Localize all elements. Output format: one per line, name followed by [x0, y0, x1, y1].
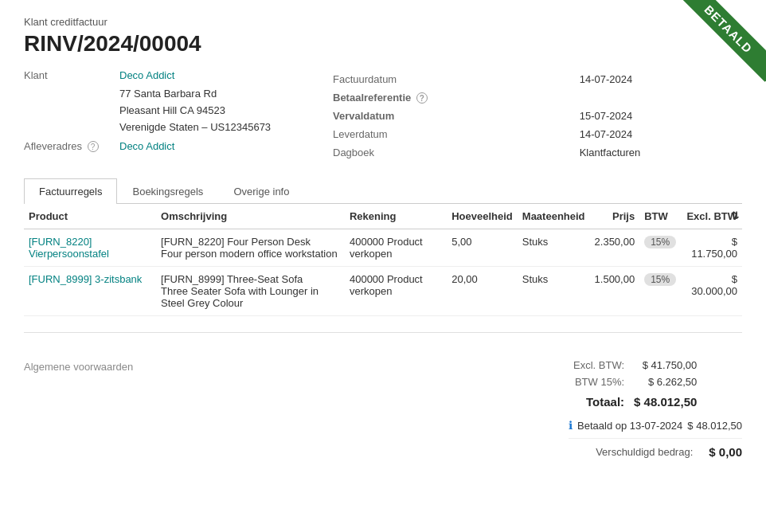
- excl-btw-row: Excl. BTW: $ 41.750,00: [569, 357, 702, 374]
- tab-factuurregels[interactable]: Factuurregels: [24, 178, 117, 204]
- row1-product-link[interactable]: [FURN_8220] Vierpersoonstafel: [29, 236, 109, 260]
- info-icon: ℹ: [569, 419, 573, 432]
- verschuldigd-label: Verschuldigd bedrag:: [596, 446, 693, 458]
- excl-btw-value: $ 41.750,00: [629, 357, 702, 374]
- address-line1: 77 Santa Barbara Rd: [119, 86, 295, 103]
- klant-label: Klant: [24, 69, 119, 81]
- address-block: 77 Santa Barbara Rd Pleasant Hill CA 945…: [119, 86, 295, 135]
- col-btw: BTW: [639, 204, 681, 229]
- row1-btw: 15%: [639, 229, 681, 267]
- row1-product: [FURN_8220] Vierpersoonstafel: [24, 229, 156, 267]
- row2-description: [FURN_8999] Three-Seat Sofa Three Seater…: [156, 267, 345, 316]
- page-container: BETAALD Klant creditfactuur RINV/2024/00…: [0, 0, 766, 483]
- verschuldigd-row: Verschuldigd bedrag: $ 0,00: [569, 438, 742, 459]
- factuurdatum-label: Factuurdatum: [328, 71, 573, 88]
- separator: [24, 332, 742, 333]
- col-prijs: Prijs: [590, 204, 640, 229]
- klant-row: Klant Deco Addict: [24, 69, 295, 81]
- row2-prijs: 1.500,00: [590, 267, 640, 316]
- row2-btw: 15%: [639, 267, 681, 316]
- row2-hoeveelheid: 20,00: [447, 267, 518, 316]
- row1-maateenheid: Stuks: [518, 229, 590, 267]
- dagboek-label: Dagboek: [328, 144, 573, 161]
- betaald-banner: BETAALD: [662, 0, 766, 104]
- doc-number: RINV/2024/00004: [24, 31, 742, 57]
- afleveradres-label: Afleveradres ?: [24, 140, 119, 152]
- btw-label: BTW 15%:: [569, 374, 629, 390]
- totals-table: Excl. BTW: $ 41.750,00 BTW 15%: $ 6.262,…: [569, 357, 702, 411]
- row1-desc-line2: Four person modern office workstation: [161, 248, 340, 260]
- invoice-table: Product Omschrijving Rekening Hoeveelhei…: [24, 204, 742, 316]
- paid-text: Betaald op 13-07-2024: [577, 420, 682, 432]
- vervaldatum-label: Vervaldatum: [328, 108, 573, 124]
- row1-rekening: 400000 Product verkopen: [345, 229, 447, 267]
- col-excl-btw: Excl. BTW ⇅: [681, 204, 742, 229]
- afleveradres-question-icon[interactable]: ?: [88, 141, 99, 152]
- betaald-label: BETAALD: [676, 0, 766, 81]
- totaal-label: Totaal:: [569, 390, 629, 411]
- afleveradres-value: Deco Addict: [119, 140, 174, 152]
- row1-excl-btw: $ 11.750,00: [681, 229, 742, 267]
- row2-desc-line2: Three Seater Sofa with Lounger in Steel …: [161, 285, 340, 309]
- col-product: Product: [24, 204, 156, 229]
- totaal-value: $ 48.012,50: [629, 390, 702, 411]
- verschuldigd-value: $ 0,00: [709, 445, 742, 459]
- meta-left: Klant Deco Addict 77 Santa Barbara Rd Pl…: [24, 69, 295, 162]
- row1-btw-badge: 15%: [644, 236, 676, 248]
- klant-value: Deco Addict: [119, 69, 174, 81]
- col-rekening: Rekening: [345, 204, 447, 229]
- klant-link[interactable]: Deco Addict: [119, 69, 174, 81]
- col-sort-icon[interactable]: ⇅: [731, 210, 739, 221]
- col-hoeveelheid: Hoeveelheid: [447, 204, 518, 229]
- totaal-row: Totaal: $ 48.012,50: [569, 390, 702, 411]
- dagboek-row: Dagboek Klantfacturen: [328, 144, 741, 161]
- tab-overige-info[interactable]: Overige info: [218, 178, 304, 204]
- vervaldatum-row: Vervaldatum 15-07-2024: [328, 108, 741, 124]
- leverdatum-label: Leverdatum: [328, 126, 573, 143]
- row2-rekening: 400000 Product verkopen: [345, 267, 447, 316]
- betaalreferentie-question-icon[interactable]: ?: [416, 92, 428, 104]
- dagboek-value: Klantfacturen: [575, 144, 741, 161]
- afleveradres-row: Afleveradres ? Deco Addict: [24, 140, 295, 152]
- doc-type: Klant creditfactuur: [24, 16, 742, 28]
- afleveradres-link[interactable]: Deco Addict: [119, 140, 174, 152]
- table-row: [FURN_8220] Vierpersoonstafel [FURN_8220…: [24, 229, 742, 267]
- col-maateenheid: Maateenheid: [518, 204, 590, 229]
- paid-info: ℹ Betaald op 13-07-2024 $ 48.012,50: [569, 419, 742, 432]
- footer-section: Algemene voorwaarden Excl. BTW: $ 41.750…: [24, 349, 742, 467]
- row1-description: [FURN_8220] Four Person Desk Four person…: [156, 229, 345, 267]
- algemene-voorwaarden: Algemene voorwaarden: [24, 357, 133, 373]
- row2-product: [FURN_8999] 3-zitsbank: [24, 267, 156, 316]
- leverdatum-value: 14-07-2024: [575, 126, 741, 143]
- row2-maateenheid: Stuks: [518, 267, 590, 316]
- table-row: [FURN_8999] 3-zitsbank [FURN_8999] Three…: [24, 267, 742, 316]
- leverdatum-row: Leverdatum 14-07-2024: [328, 126, 741, 143]
- vervaldatum-value: 15-07-2024: [575, 108, 741, 124]
- table-header-row: Product Omschrijving Rekening Hoeveelhei…: [24, 204, 742, 229]
- row2-excl-btw: $ 30.000,00: [681, 267, 742, 316]
- btw-row: BTW 15%: $ 6.262,50: [569, 374, 702, 390]
- tabs-bar: Factuurregels Boekingsregels Overige inf…: [24, 178, 742, 204]
- row1-prijs: 2.350,00: [590, 229, 640, 267]
- col-omschrijving: Omschrijving: [156, 204, 345, 229]
- excl-btw-label: Excl. BTW:: [569, 357, 629, 374]
- footer-right: Excl. BTW: $ 41.750,00 BTW 15%: $ 6.262,…: [569, 357, 742, 459]
- address-line3: Verenigde Staten – US12345673: [119, 119, 295, 136]
- paid-amount: $ 48.012,50: [687, 420, 742, 432]
- betaalreferentie-label: Betaalreferentie ?: [328, 89, 573, 106]
- row1-hoeveelheid: 5,00: [447, 229, 518, 267]
- row1-desc-line1: [FURN_8220] Four Person Desk: [161, 236, 340, 248]
- row2-btw-badge: 15%: [644, 273, 676, 286]
- tab-boekingsregels[interactable]: Boekingsregels: [117, 178, 218, 204]
- row2-product-link[interactable]: [FURN_8999] 3-zitsbank: [29, 273, 142, 285]
- btw-value: $ 6.262,50: [629, 374, 702, 390]
- row2-desc-line1: [FURN_8999] Three-Seat Sofa: [161, 273, 340, 285]
- meta-section: Klant Deco Addict 77 Santa Barbara Rd Pl…: [24, 69, 742, 162]
- address-line2: Pleasant Hill CA 94523: [119, 103, 295, 119]
